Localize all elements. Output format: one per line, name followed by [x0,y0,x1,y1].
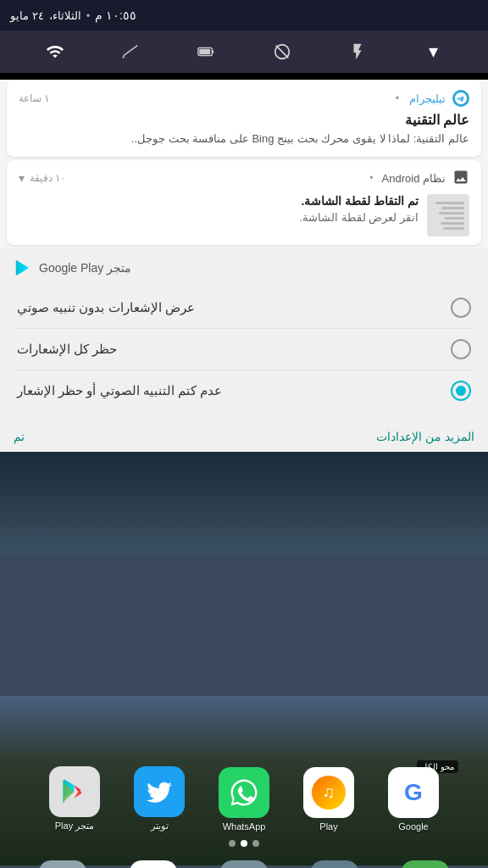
google-label: Google [398,821,428,832]
dnd-option-3[interactable]: عدم كتم التنبيه الصوتي أو حظر الإشعار [14,370,474,411]
google-play-icon [14,259,32,277]
screenshot-chevron-icon[interactable]: ▾ [19,171,25,185]
status-date: ٢٤ مايو [10,9,44,22]
whatsapp-label: WhatsApp [223,821,266,832]
bg-sky [0,452,488,554]
screenshot-content: تم التقاط لقطة الشاشة. انقر لعرض لقطة ال… [19,194,469,236]
app-whatsapp[interactable]: WhatsApp [206,767,282,832]
dock-apps[interactable] [220,860,268,868]
dot-1 [252,840,259,847]
screenshot-subtitle: انقر لعرض لقطة الشاشة. [19,211,419,224]
radio-option-3[interactable] [451,381,471,401]
dnd-label-3: عدم كتم التنبيه الصوتي أو حظر الإشعار [17,383,222,398]
app-play-music[interactable]: ♫ Play [291,767,367,832]
dnd-icon[interactable] [267,36,297,67]
google-icon[interactable]: G [388,767,439,818]
telegram-notif-title: عالم التقنية [19,112,469,128]
dnd-header: متجر Google Play [14,259,474,277]
radio-option-1[interactable] [451,298,471,318]
page-dots [229,840,259,847]
screenshot-header: نظام Android • ١٠ دقيقة ▾ [19,169,469,187]
telegram-app-name: تيليجرام [409,92,446,105]
app-playstore[interactable]: متجر Play [36,766,113,832]
dot-2 [241,840,247,847]
wifi-icon[interactable] [40,36,70,67]
notif-header: تيليجرام • ١ ساعة [19,90,469,107]
dnd-option-1[interactable]: عرض الإشعارات بدون تنبيه صوتي [14,287,474,329]
status-bar: ١٠:٥٥ م • الثلاثاء، ٢٤ مايو [0,0,488,31]
playstore-icon[interactable] [49,766,100,817]
dnd-label-1: عرض الإشعارات بدون تنبيه صوتي [17,300,195,315]
dnd-app-name: متجر Google Play [39,261,131,275]
signal-icon [115,36,146,67]
more-settings-link[interactable]: المزيد من الإعدادات [376,430,474,443]
dock-phone[interactable] [402,860,449,868]
app-google[interactable]: محو الكل G Google [375,767,452,832]
svg-rect-3 [213,50,214,53]
dock-chrome[interactable] [130,860,177,868]
notif-footer: المزيد من الإعدادات تم [0,421,488,452]
screenshot-time: ١٠ دقيقة [30,172,65,184]
status-day: الثلاثاء، [49,9,81,22]
twitter-label: تويتر [151,821,169,832]
dnd-label-2: حظر كل الإشعارات [17,342,117,357]
screenshot-text: تم التقاط لقطة الشاشة. انقر لعرض لقطة ال… [19,194,419,224]
screenshot-icon [451,169,469,187]
dot-3 [229,840,236,847]
bottom-dock [0,860,488,868]
radio-option-2[interactable] [451,339,471,359]
battery-icon [191,36,221,67]
notification-panel: تيليجرام • ١ ساعة عالم التقنية عالم التق… [0,80,488,452]
telegram-time: ١ ساعة [19,92,49,104]
screenshot-thumbnail [427,194,469,236]
status-time: ١٠:٥٥ م [95,8,136,22]
screenshot-app-name: نظام Android [382,172,446,185]
svg-rect-4 [200,49,211,54]
dnd-option-2[interactable]: حظر كل الإشعارات [14,329,474,370]
telegram-notification[interactable]: تيليجرام • ١ ساعة عالم التقنية عالم التق… [7,80,481,157]
quick-settings-bar: ▾ [0,31,488,73]
play-label: Play [319,821,337,832]
play-music-icon[interactable]: ♫ [303,767,354,818]
twitter-icon[interactable] [134,766,185,817]
telegram-notif-body: عالم التقنية: لماذا لا يقوى محرك بحث بين… [19,131,469,147]
app-twitter[interactable]: تويتر [121,766,197,832]
play-music-logo: ♫ [312,776,346,810]
screenshot-notification[interactable]: نظام Android • ١٠ دقيقة ▾ تم التقاط لقطة… [7,160,481,245]
dropdown-icon[interactable]: ▾ [418,36,448,67]
telegram-icon [452,90,469,107]
done-link[interactable]: تم [14,430,25,443]
status-separator: • [86,9,91,22]
screenshot-title: تم التقاط لقطة الشاشة. [19,194,419,208]
svg-line-6 [124,46,138,56]
svg-line-1 [275,46,288,58]
flashlight-icon[interactable] [342,36,373,67]
home-screen: محو الكل G Google ♫ Play [0,452,488,868]
app-icon-row: محو الكل G Google ♫ Play [0,766,488,832]
playstore-label: متجر Play [55,821,94,832]
dock-camera[interactable] [39,860,86,868]
dock-docs[interactable] [311,860,358,868]
whatsapp-icon[interactable] [219,767,269,818]
dnd-section: متجر Google Play عرض الإشعارات بدون تنبي… [0,248,488,421]
